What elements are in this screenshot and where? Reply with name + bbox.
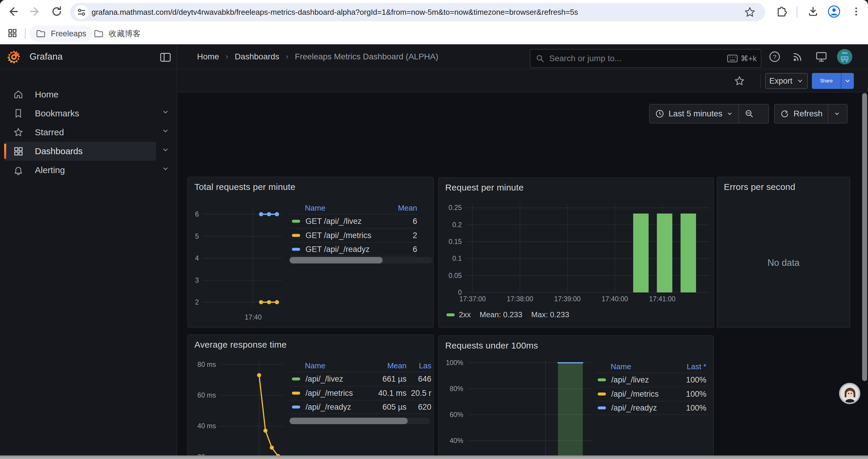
- legend-header[interactable]: Name: [595, 362, 673, 371]
- legend-scrollbar-thumb[interactable]: [289, 257, 382, 263]
- help-icon: ?: [769, 51, 781, 63]
- legend-table[interactable]: NameMeanGET /api/_/livez6GET /api/_/metr…: [289, 202, 433, 256]
- panel-toggle-icon: [160, 52, 171, 62]
- search-input[interactable]: Search or jump to... ⌘+k: [530, 49, 761, 68]
- export-button[interactable]: Export: [765, 73, 808, 89]
- panel-title: Errors per second: [724, 182, 795, 192]
- zoom-out-button[interactable]: [739, 104, 760, 123]
- folder-icon: [93, 28, 104, 39]
- alerting-expand-button[interactable]: [159, 163, 172, 174]
- legend-row[interactable]: /api/_/metrics40.1 ms20.5 r: [289, 386, 431, 400]
- svg-text:2: 2: [195, 298, 199, 306]
- starred-expand-button[interactable]: [159, 125, 172, 137]
- legend-row[interactable]: GET /api/_/metrics2: [289, 228, 417, 242]
- legend-header[interactable]: Mean: [372, 361, 406, 370]
- page-scrollbar-thumb[interactable]: [862, 93, 867, 381]
- legend-scrollbar-thumb[interactable]: [289, 418, 408, 424]
- forward-button[interactable]: [26, 3, 44, 21]
- svg-text:40%: 40%: [450, 437, 463, 445]
- legend-header[interactable]: Las: [406, 361, 431, 370]
- legend-table[interactable]: NameMeanLas/api/_/livez661 µs646/api/_/m…: [289, 360, 433, 414]
- favorite-dashboard-button[interactable]: [733, 74, 746, 88]
- address-bar[interactable]: grafana.mathmast.com/d/deytv4rwavabkb/fr…: [70, 3, 765, 21]
- bookmark-label: 收藏博客: [109, 28, 141, 39]
- back-button[interactable]: [4, 3, 22, 21]
- bookmark-folder-freeleaps[interactable]: Freeleaps: [30, 25, 92, 42]
- panel-average-response-time[interactable]: Average response time 80 ms60 ms40 ms20 …: [187, 334, 434, 459]
- legend-header[interactable]: Mean: [385, 203, 417, 213]
- legend-row[interactable]: /api/_/metrics100%: [595, 387, 706, 401]
- series-value: 2: [385, 231, 417, 240]
- bookmarks-expand-button[interactable]: [159, 106, 172, 118]
- topnav-brand-section: Grafana: [0, 44, 177, 69]
- panel-total-requests-per-minute[interactable]: Total requests per minute 6543217:40 Nam…: [187, 177, 434, 328]
- panel-errors-per-second[interactable]: Errors per second No data: [717, 177, 850, 328]
- time-range-picker[interactable]: Last 5 minutes: [650, 104, 738, 123]
- sidebar-item-dashboards[interactable]: Dashboards: [4, 142, 156, 161]
- avatar-graphic: [837, 49, 852, 64]
- browser-toolbar: grafana.mathmast.com/d/deytv4rwavabkb/fr…: [0, 0, 868, 23]
- legend-header[interactable]: Last *: [673, 362, 706, 371]
- panel-request-per-minute[interactable]: Request per minute 00.050.10.150.20.2517…: [438, 177, 714, 328]
- assistant-avatar[interactable]: [839, 383, 860, 404]
- search-icon: [535, 54, 545, 64]
- panel-requests-under-100ms[interactable]: Requests under 100ms 100%80%60%40%20%0%1…: [438, 335, 714, 459]
- legend-scrollbar[interactable]: [289, 257, 433, 263]
- legend-row[interactable]: GET /api/_/readyz6: [289, 242, 417, 256]
- sidebar-item-home[interactable]: Home: [4, 85, 156, 104]
- download-icon: [807, 5, 819, 18]
- help-button[interactable]: ?: [766, 48, 783, 65]
- assistant-avatar-graphic: [840, 384, 860, 403]
- sidebar-item-starred[interactable]: Starred: [4, 123, 156, 142]
- sidebar-item-bookmarks[interactable]: Bookmarks: [4, 104, 156, 123]
- sidebar-toggle-button[interactable]: [159, 51, 172, 64]
- legend-mean: Mean: 0.233: [479, 310, 522, 319]
- apps-grid-button[interactable]: [4, 24, 21, 42]
- legend-row[interactable]: /api/_/readyz100%: [595, 401, 706, 415]
- breadcrumb-dashboards[interactable]: Dashboards: [235, 52, 279, 61]
- bookmark-page-button[interactable]: [743, 5, 757, 19]
- series-value: 100%: [673, 403, 706, 413]
- svg-text:80 ms: 80 ms: [197, 361, 216, 368]
- legend-header[interactable]: Name: [289, 203, 385, 213]
- downloads-button[interactable]: [804, 3, 822, 21]
- legend-scrollbar[interactable]: [289, 418, 430, 424]
- profile-button[interactable]: [825, 3, 843, 21]
- puzzle-icon: [774, 5, 787, 18]
- series-value: 100%: [673, 375, 706, 385]
- panel-title: Total requests per minute: [194, 182, 296, 192]
- series-value: 100%: [673, 390, 706, 399]
- display-button[interactable]: [813, 48, 830, 65]
- legend-row[interactable]: /api/_/livez661 µs646: [289, 371, 431, 386]
- legend[interactable]: 2xx Mean: 0.233 Max: 0.233: [446, 310, 569, 319]
- news-button[interactable]: [789, 48, 806, 65]
- time-range-label: Last 5 minutes: [669, 109, 722, 119]
- reload-button[interactable]: [48, 3, 66, 21]
- legend-header[interactable]: Name: [289, 361, 372, 370]
- legend-row[interactable]: GET /api/_/livez6: [289, 214, 417, 228]
- bookmarks-bar: Freeleaps 收藏博客: [0, 23, 868, 44]
- refresh-interval-button[interactable]: [829, 104, 845, 123]
- bookmark-icon: [12, 108, 25, 119]
- browser-menu-button[interactable]: [847, 3, 865, 21]
- user-avatar[interactable]: [837, 49, 852, 64]
- share-menu-button[interactable]: [841, 73, 854, 89]
- sidebar-item-alerting[interactable]: Alerting: [4, 161, 156, 179]
- legend-row[interactable]: /api/_/livez100%: [595, 372, 706, 387]
- series-swatch: [292, 405, 300, 408]
- series-name: /api/_/readyz: [611, 403, 657, 413]
- sidebar-item-label: Bookmarks: [35, 108, 79, 119]
- keyboard-icon: [727, 54, 738, 63]
- bookmark-folder-blogs[interactable]: 收藏博客: [88, 25, 147, 42]
- extensions-button[interactable]: [772, 3, 789, 21]
- dashboards-expand-button[interactable]: [159, 144, 172, 156]
- chevron-down-icon: [161, 126, 170, 135]
- series-value: 20.5 r: [406, 389, 431, 398]
- breadcrumb-home[interactable]: Home: [197, 52, 219, 61]
- site-settings-button[interactable]: [74, 5, 89, 19]
- legend-table[interactable]: NameLast */api/_/livez100%/api/_/metrics…: [595, 361, 710, 415]
- legend-row[interactable]: /api/_/readyz605 µs620: [289, 400, 431, 414]
- share-button[interactable]: Share: [812, 73, 841, 89]
- dashboard-actions-row: Export Share: [178, 69, 868, 93]
- refresh-button[interactable]: Refresh: [775, 104, 828, 123]
